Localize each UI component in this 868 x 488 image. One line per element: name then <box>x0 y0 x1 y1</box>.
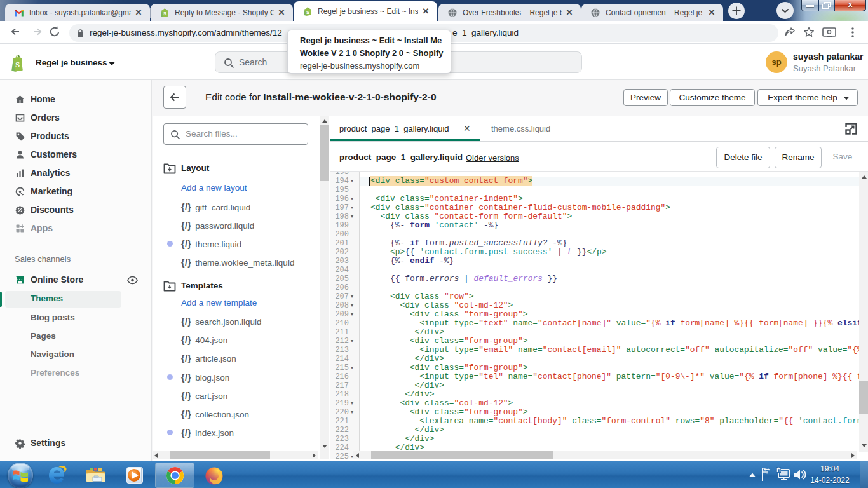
svg-text:S: S <box>306 9 309 15</box>
svg-text:S: S <box>15 60 20 69</box>
svg-text:S: S <box>163 10 166 16</box>
